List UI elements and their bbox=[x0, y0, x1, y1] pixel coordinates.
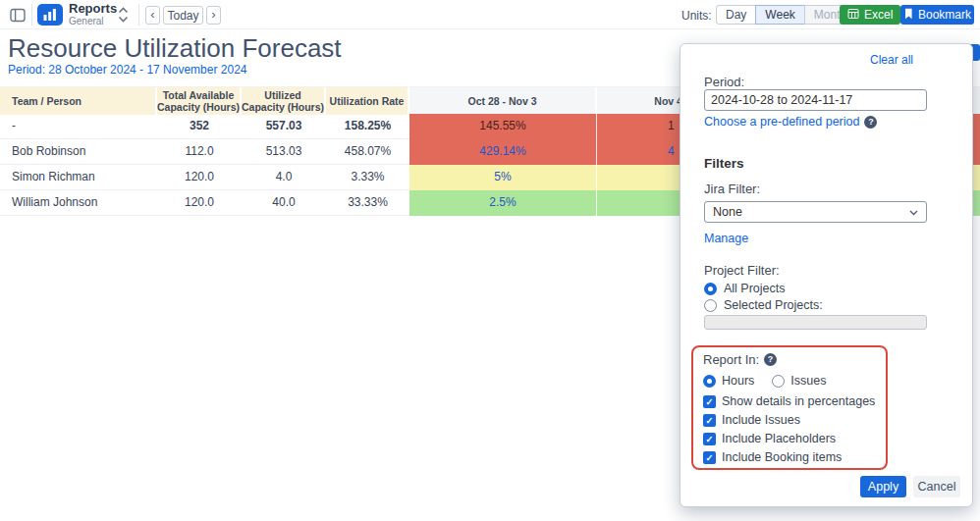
cancel-button[interactable]: Cancel bbox=[913, 476, 960, 497]
checkbox-include-placeholders[interactable]: ✓ Include Placeholders bbox=[703, 432, 836, 445]
excel-export-button[interactable]: Excel bbox=[840, 5, 900, 25]
row-name: Simon Richman bbox=[0, 165, 157, 190]
info-icon[interactable]: ? bbox=[764, 353, 777, 366]
topbar-divider bbox=[31, 4, 32, 26]
project-filter-label: Project Filter: bbox=[704, 263, 780, 278]
jira-filter-select[interactable]: None bbox=[704, 201, 927, 223]
cell-week1: 145.55% bbox=[409, 114, 597, 139]
all-projects-radio[interactable]: All Projects bbox=[704, 282, 786, 295]
radio-selected-icon bbox=[704, 283, 717, 295]
radio-unselected-icon[interactable] bbox=[772, 375, 785, 388]
cell-utilization-rate: 33.33% bbox=[326, 190, 409, 216]
cell-utilization-rate: 3.33% bbox=[326, 165, 409, 190]
unit-week-button[interactable]: Week bbox=[755, 5, 804, 25]
selected-projects-input bbox=[704, 315, 927, 330]
row-name: Bob Robinson bbox=[0, 139, 157, 165]
excel-button-label: Excel bbox=[864, 8, 893, 22]
cell-week1-link[interactable]: 2.5% bbox=[409, 190, 597, 216]
cell-utilized-capacity: 40.0 bbox=[242, 190, 326, 216]
cell-week1-link[interactable]: 5% bbox=[409, 165, 597, 190]
selected-projects-label: Selected Projects: bbox=[724, 298, 823, 312]
unit-day-button[interactable]: Day bbox=[716, 5, 756, 25]
help-icon[interactable]: ? bbox=[864, 116, 877, 129]
period-input[interactable] bbox=[704, 89, 927, 111]
app-subtitle: General bbox=[69, 16, 117, 26]
checkbox-include-issues[interactable]: ✓ Include Issues bbox=[703, 413, 800, 427]
predefined-period-link[interactable]: Choose a pre-defined period ? bbox=[704, 115, 877, 129]
cell-total-capacity: 352 bbox=[157, 114, 242, 139]
cell-utilization-rate: 458.07% bbox=[326, 139, 409, 165]
app-name: Reports bbox=[69, 2, 117, 16]
sidebar-toggle-icon[interactable] bbox=[10, 7, 26, 23]
checkbox-checked-icon: ✓ bbox=[703, 395, 716, 408]
radio-unselected-icon bbox=[704, 299, 717, 312]
report-in-radios: Hours Issues bbox=[703, 374, 826, 388]
excel-icon bbox=[847, 8, 859, 23]
expand-collapse-icon[interactable] bbox=[118, 6, 130, 24]
units-segmented-control: Day Week Month bbox=[716, 5, 856, 25]
bookmark-button[interactable]: Bookmark bbox=[900, 5, 974, 25]
next-period-button[interactable]: › bbox=[206, 6, 221, 25]
col-header-team[interactable]: Team / Person bbox=[0, 87, 157, 115]
checkbox-label: Include Issues bbox=[722, 413, 800, 427]
report-in-label: Report In: ? bbox=[703, 352, 777, 367]
clear-all-link[interactable]: Clear all bbox=[870, 53, 913, 67]
chevron-right-icon: › bbox=[211, 8, 215, 21]
hours-label[interactable]: Hours bbox=[722, 374, 754, 388]
radio-selected-icon[interactable] bbox=[703, 375, 716, 388]
page-title: Resource Utilization Forecast bbox=[8, 33, 342, 64]
period-label: Period: bbox=[704, 75, 744, 89]
checkbox-label: Include Placeholders bbox=[722, 432, 836, 445]
checkbox-checked-icon: ✓ bbox=[703, 414, 716, 427]
cell-total-capacity: 112.0 bbox=[157, 139, 242, 165]
col-header-total-capacity[interactable]: Total Available Capacity (Hours) bbox=[157, 87, 242, 115]
row-name: - bbox=[0, 114, 157, 139]
app-logo[interactable] bbox=[37, 4, 63, 26]
checkbox-checked-icon: ✓ bbox=[703, 451, 716, 464]
issues-label[interactable]: Issues bbox=[790, 374, 826, 388]
col-header-utilization-rate[interactable]: Utilization Rate bbox=[326, 87, 409, 115]
checkbox-show-details[interactable]: ✓ Show details in percentages bbox=[703, 394, 875, 408]
filter-panel: Clear all Period: Choose a pre-defined p… bbox=[680, 43, 973, 507]
checkbox-label: Include Booking items bbox=[722, 450, 842, 464]
bookmark-icon bbox=[903, 8, 913, 23]
col-header-week1[interactable]: Oct 28 - Nov 3 bbox=[409, 87, 597, 115]
app-title-block: Reports General bbox=[69, 2, 117, 26]
filters-heading: Filters bbox=[704, 156, 744, 171]
period-link[interactable]: Period: 28 October 2024 - 17 November 20… bbox=[8, 63, 246, 77]
prev-period-button[interactable]: ‹ bbox=[145, 6, 160, 25]
col-header-utilized-capacity[interactable]: Utilized Capacity (Hours) bbox=[242, 87, 326, 115]
units-label: Units: bbox=[681, 9, 712, 23]
checkbox-include-booking-items[interactable]: ✓ Include Booking items bbox=[703, 450, 842, 464]
jira-filter-value: None bbox=[713, 205, 742, 219]
cell-utilization-rate: 158.25% bbox=[326, 114, 409, 139]
cell-total-capacity: 120.0 bbox=[157, 165, 242, 190]
chevron-down-icon bbox=[909, 205, 918, 219]
jira-filter-label: Jira Filter: bbox=[704, 182, 760, 196]
checkbox-label: Show details in percentages bbox=[722, 394, 875, 408]
bookmark-button-label: Bookmark bbox=[918, 8, 971, 22]
chevron-left-icon: ‹ bbox=[150, 8, 154, 21]
manage-link[interactable]: Manage bbox=[704, 232, 748, 245]
bar-chart-icon bbox=[43, 9, 57, 21]
report-in-highlight-box: Report In: ? Hours Issues ✓ Show details… bbox=[691, 345, 888, 470]
checkbox-checked-icon: ✓ bbox=[703, 433, 716, 445]
apply-button[interactable]: Apply bbox=[860, 476, 906, 497]
cell-utilized-capacity: 4.0 bbox=[242, 165, 326, 190]
topbar-divider bbox=[138, 4, 139, 26]
cell-total-capacity: 120.0 bbox=[157, 190, 242, 216]
cell-utilized-capacity: 513.03 bbox=[242, 139, 326, 165]
selected-projects-radio[interactable]: Selected Projects: bbox=[704, 298, 823, 312]
today-button[interactable]: Today bbox=[163, 6, 203, 25]
cell-week1-link[interactable]: 429.14% bbox=[409, 139, 597, 165]
all-projects-label: All Projects bbox=[724, 282, 786, 295]
cell-utilized-capacity: 557.03 bbox=[242, 114, 326, 139]
topbar: Reports General ‹ Today › Units: Day Wee… bbox=[0, 0, 980, 29]
row-name: William Johnson bbox=[0, 190, 157, 216]
